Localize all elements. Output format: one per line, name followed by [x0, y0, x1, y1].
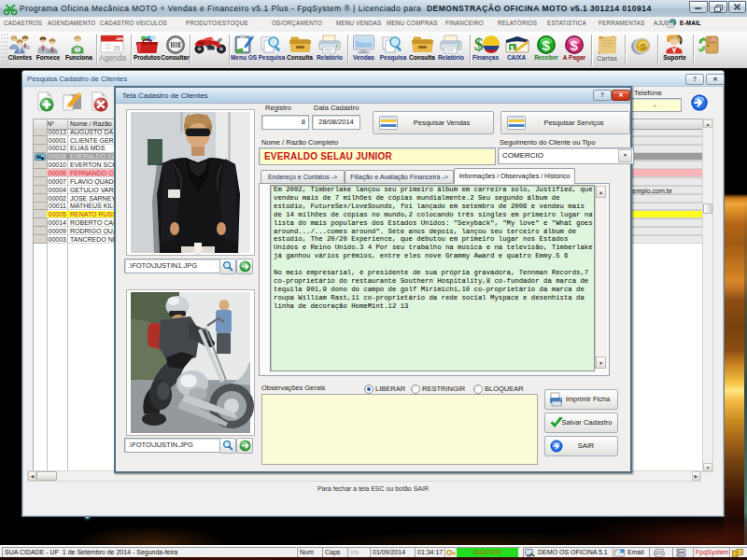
- svg-text:S: S: [641, 41, 646, 51]
- svg-text:$: $: [511, 45, 514, 52]
- svg-text:29: 29: [114, 45, 121, 51]
- svg-text:$: $: [571, 37, 579, 53]
- svg-text:Exit: Exit: [710, 37, 715, 41]
- svg-text:$: $: [474, 35, 484, 54]
- svg-text:JAN: JAN: [116, 36, 123, 41]
- svg-text:$: $: [543, 37, 551, 53]
